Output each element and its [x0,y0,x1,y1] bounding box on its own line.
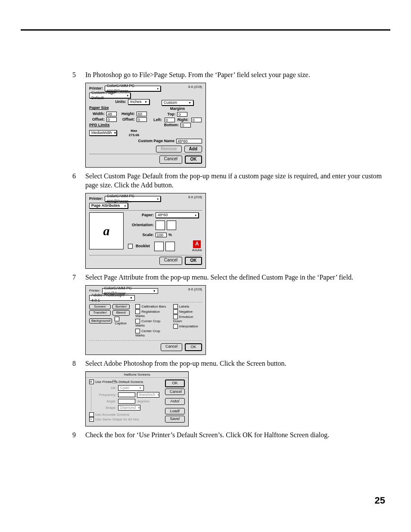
emulsion-checkbox[interactable] [173,314,178,319]
step-text: In Photoshop go to File>Page Setup. From… [85,71,391,79]
remove-button[interactable]: Remove [156,146,181,153]
width-input[interactable]: 48 [106,112,117,116]
ok-button[interactable]: OK [185,156,202,164]
right-label: Right: [177,118,189,123]
interp-label: Interpolation [179,324,198,328]
woffset-input[interactable]: 0 [106,117,117,122]
freq-label: Frequency: [94,393,116,397]
chevron-down-icon: ▼ [153,289,156,292]
right-input[interactable]: 0 [191,118,202,122]
paper-size-section: Paper Size [89,106,149,111]
printer-select[interactable]: ColorCAMM PC-600@Power...♦ [105,196,161,202]
preset-select[interactable]: Adobe Photoshop® 4.0.1▼ [89,295,135,301]
version: 8.6 (219) [188,85,202,89]
ink-select[interactable]: Cyan▼ [118,385,144,391]
top-input[interactable]: 0 [177,112,187,117]
same-shape-label: Use Same Shape for All Inks [95,417,139,421]
booklet-icon-2[interactable] [165,242,175,251]
regmarks-checkbox[interactable] [135,309,140,314]
use-default-label: Use Printers Default Screens [95,380,143,384]
cancel-button[interactable]: Cancel [161,343,182,351]
dlg-halftone: Halftone Screens Use Printers Default S… [85,371,189,426]
page-number: 25 [375,495,385,506]
centercrop-checkbox[interactable] [135,329,140,333]
ok-button[interactable]: OK [185,257,202,265]
top-rule [21,29,390,31]
step-num: 6 [72,172,85,190]
step-5: 5 In Photoshop go to File>Page Setup. Fr… [72,71,391,79]
transfer-button[interactable]: Transfer/ [89,310,111,315]
updown-icon: ♦ [127,94,128,97]
border-button[interactable]: Border/ [112,304,130,309]
preset-select[interactable]: Custom Page Default♦ [89,93,131,98]
auto-button[interactable]: Auto/ [165,398,185,405]
scale-input[interactable]: 100 [156,233,167,237]
orientation-landscape-button[interactable] [167,221,176,230]
booklet-checkbox[interactable] [128,244,133,249]
step-6: 6 Select Custom Page Default from the po… [72,172,391,190]
step-9: 9 Check the box for ‘Use Printer’s Defau… [72,431,391,439]
cancel-button[interactable]: Cancel [165,389,185,395]
ink-label: Ink: [94,386,116,390]
step-num: 9 [72,431,85,439]
height-input[interactable]: 60 [137,112,147,116]
dlg-page-attributes: 8.6 (219) Printer: ColorCAMM PC-600@Powe… [85,193,206,269]
preview: a [89,212,124,249]
margins-section: Margins [153,106,202,112]
add-button[interactable]: Add [184,146,202,153]
load-button[interactable]: Load/ [165,408,185,415]
screen-button[interactable]: Screen/ [89,304,111,309]
bottom-input[interactable]: 0 [181,123,191,128]
step-8: 8 Select Adobe Photoshop from the pop-up… [72,359,391,368]
calbars-checkbox[interactable] [135,304,140,309]
interp-checkbox[interactable] [173,324,178,329]
booklet-label: Booklet [136,244,150,249]
custom-select[interactable]: Custom▼ [162,100,193,106]
freq-unit-select[interactable]: lines/inch▼ [137,392,159,398]
bottom-label: Bottom: [164,123,179,128]
step-7: 7 Select Page Attribute from the pop-up … [72,273,391,282]
max-label: Max [118,129,149,133]
left-input[interactable]: 0 [165,118,175,122]
negative-checkbox[interactable] [173,309,178,314]
top-label: Top: [168,112,176,117]
cpn-input[interactable]: 48*60 [176,139,202,143]
calbars-label: Calibration Bars [141,305,166,308]
background-button[interactable]: Background/ [89,318,112,324]
content: 5 In Photoshop go to File>Page Setup. Fr… [72,71,391,443]
dlg-photoshop-print: 8.6 (219) Printer: ColorCAMM PC-600@Powe… [85,285,206,355]
same-shape-checkbox[interactable] [89,417,94,422]
freq-input[interactable] [118,392,135,397]
ok-button[interactable]: OK [185,343,202,351]
angle-input[interactable] [118,399,135,404]
cancel-button[interactable]: Cancel [159,257,182,265]
cancel-button[interactable]: Cancel [159,156,182,164]
orient-label: Orientation: [128,223,154,228]
paper-select[interactable]: 48*60♦ [156,212,199,218]
max-value: 273.06 [118,133,149,137]
units-select[interactable]: Inches▼ [128,99,149,105]
shape-select[interactable]: Diamond▼ [118,405,140,411]
chevron-down-icon: ▼ [144,100,147,103]
step-text: Select Adobe Photoshop from the pop-up m… [85,359,391,368]
printer-label: Printer: [89,196,103,202]
shape-label: Shape: [94,406,116,410]
bleed-button[interactable]: Bleed/ [112,310,130,315]
preset-select[interactable]: Page Attributes♦ [89,203,128,208]
booklet-icon-1[interactable] [154,242,164,251]
labels-checkbox[interactable] [173,304,178,309]
accurate-label: Use Accurate Screens [95,413,129,417]
use-default-checkbox[interactable] [89,380,94,384]
chevron-down-icon: ▼ [188,101,191,104]
orientation-portrait-button[interactable] [156,221,165,230]
media-select[interactable]: MediaWidth▼ [89,130,117,136]
hoffset-input[interactable]: 0 [137,117,147,122]
step-text: Check the box for ‘Use Printer’s Default… [85,431,391,439]
cornercrop-checkbox[interactable] [135,319,140,324]
ok-button[interactable]: OK [165,380,185,387]
caption-checkbox[interactable] [115,317,119,321]
updown-icon: ♦ [157,197,159,200]
angle-label: Angle: [94,399,116,404]
save-button[interactable]: Save/ [165,416,185,423]
step-num: 5 [72,71,85,79]
